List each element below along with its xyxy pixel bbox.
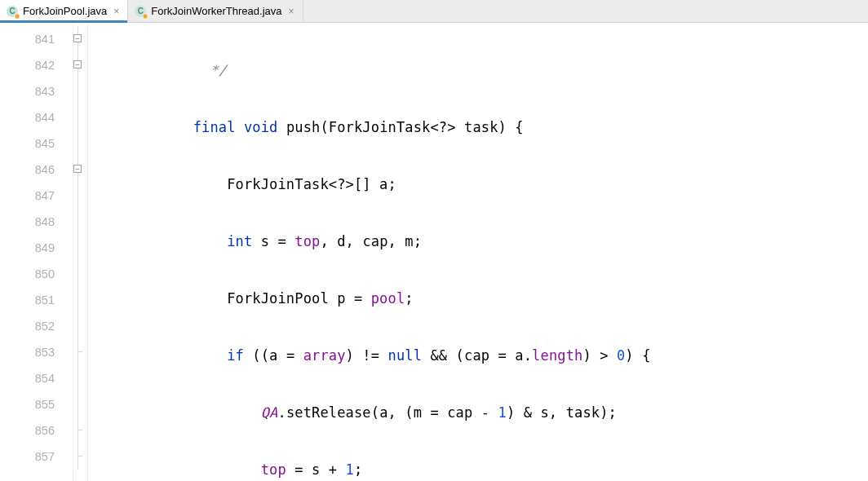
line-number: 846 — [0, 157, 73, 183]
close-icon[interactable]: × — [289, 6, 294, 17]
line-number: 854 — [0, 365, 73, 391]
editor-tabs: C ForkJoinPool.java × C ForkJoinWorkerTh… — [0, 0, 868, 23]
line-number: 856 — [0, 417, 73, 443]
code-line[interactable]: ForkJoinTask<?>[] a; — [88, 171, 868, 197]
java-class-icon: C — [7, 6, 18, 17]
code-line[interactable]: QA.setRelease(a, (m = cap - 1) & s, task… — [88, 399, 868, 426]
close-icon[interactable]: × — [113, 6, 119, 17]
line-number: 842 — [0, 52, 73, 78]
fold-end-icon — [78, 443, 82, 457]
code-line[interactable]: ForkJoinPool p = pool; — [88, 285, 868, 311]
code-line[interactable]: */ — [88, 57, 868, 83]
tab-forkjoinpool[interactable]: C ForkJoinPool.java × — [0, 0, 128, 22]
svg-point-0 — [15, 13, 20, 18]
code-line[interactable]: if ((a = array) != null && (cap = a.leng… — [88, 342, 868, 368]
tab-forkjoinworkerthread[interactable]: C ForkJoinWorkerThread.java × — [128, 0, 303, 22]
line-number: 857 — [0, 443, 73, 470]
svg-point-1 — [143, 13, 148, 18]
line-number: 841 — [0, 26, 73, 52]
code-line[interactable]: top = s + 1; — [88, 457, 868, 481]
line-number: 855 — [0, 391, 73, 417]
tab-label: ForkJoinPool.java — [23, 5, 107, 17]
line-number: 845 — [0, 130, 73, 157]
line-number: 847 — [0, 183, 73, 209]
code-area[interactable]: */ final void push(ForkJoinTask<?> task)… — [88, 23, 868, 481]
line-number: 844 — [0, 104, 73, 130]
line-number: 851 — [0, 287, 73, 313]
line-number: 848 — [0, 209, 73, 235]
java-class-icon: C — [135, 6, 146, 17]
tab-label: ForkJoinWorkerThread.java — [151, 5, 281, 17]
code-editor[interactable]: 841 842 843 844 845 846 847 848 849 850 … — [0, 23, 868, 481]
code-line[interactable]: int s = top, d, cap, m; — [88, 228, 868, 254]
line-number: 853 — [0, 339, 73, 365]
fold-marker-icon[interactable]: − — [73, 60, 82, 68]
line-number: 850 — [0, 261, 73, 287]
fold-end-icon — [78, 417, 82, 430]
line-number: 852 — [0, 313, 73, 339]
fold-marker-icon[interactable]: − — [73, 34, 82, 42]
line-number: 843 — [0, 78, 73, 104]
line-number-gutter: 841 842 843 844 845 846 847 848 849 850 … — [0, 23, 73, 481]
fold-gutter: − − − — [73, 23, 88, 481]
code-line[interactable]: final void push(ForkJoinTask<?> task) { — [88, 114, 868, 140]
fold-marker-icon[interactable]: − — [73, 165, 82, 173]
line-number: 849 — [0, 235, 73, 261]
fold-end-icon — [78, 339, 82, 352]
